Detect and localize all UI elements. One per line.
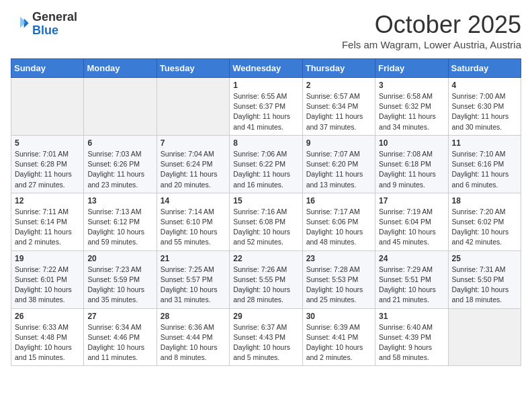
day-number: 7 xyxy=(161,138,226,148)
location-title: Fels am Wagram, Lower Austria, Austria xyxy=(342,39,521,50)
day-info: Sunrise: 7:23 AM Sunset: 5:59 PM Dayligh… xyxy=(87,265,152,306)
day-info: Sunrise: 6:39 AM Sunset: 4:41 PM Dayligh… xyxy=(306,322,371,363)
day-number: 20 xyxy=(87,254,152,263)
logo-icon xyxy=(11,15,30,34)
day-number: 8 xyxy=(233,138,298,148)
day-number: 16 xyxy=(306,196,371,205)
calendar-cell: 15Sunrise: 7:16 AM Sunset: 6:08 PM Dayli… xyxy=(230,193,302,250)
day-info: Sunrise: 7:31 AM Sunset: 5:50 PM Dayligh… xyxy=(452,265,517,306)
weekday-header-row: SundayMondayTuesdayWednesdayThursdayFrid… xyxy=(11,59,521,78)
day-number: 5 xyxy=(15,138,80,148)
calendar-cell: 24Sunrise: 7:29 AM Sunset: 5:51 PM Dayli… xyxy=(375,250,448,308)
logo-blue-text: Blue xyxy=(32,24,58,37)
day-info: Sunrise: 7:26 AM Sunset: 5:55 PM Dayligh… xyxy=(233,265,298,306)
calendar-cell: 19Sunrise: 7:22 AM Sunset: 6:01 PM Dayli… xyxy=(11,250,84,308)
weekday-header-wednesday: Wednesday xyxy=(230,59,302,78)
weekday-header-saturday: Saturday xyxy=(448,59,521,78)
day-number: 24 xyxy=(379,254,444,263)
day-number: 26 xyxy=(15,312,80,321)
calendar-week-row: 12Sunrise: 7:11 AM Sunset: 6:14 PM Dayli… xyxy=(11,193,521,250)
day-info: Sunrise: 6:58 AM Sunset: 6:32 PM Dayligh… xyxy=(379,91,444,132)
calendar-cell: 27Sunrise: 6:34 AM Sunset: 4:46 PM Dayli… xyxy=(84,308,157,366)
logo-general-text: General xyxy=(32,10,77,24)
day-number: 4 xyxy=(452,81,517,90)
calendar-week-row: 26Sunrise: 6:33 AM Sunset: 4:48 PM Dayli… xyxy=(11,308,521,366)
day-info: Sunrise: 7:08 AM Sunset: 6:18 PM Dayligh… xyxy=(379,149,444,190)
calendar-cell: 23Sunrise: 7:28 AM Sunset: 5:53 PM Dayli… xyxy=(302,250,375,308)
day-info: Sunrise: 6:34 AM Sunset: 4:46 PM Dayligh… xyxy=(87,322,152,363)
calendar-week-row: 1Sunrise: 6:55 AM Sunset: 6:37 PM Daylig… xyxy=(11,78,521,136)
day-info: Sunrise: 7:16 AM Sunset: 6:08 PM Dayligh… xyxy=(233,207,298,248)
calendar-cell: 13Sunrise: 7:13 AM Sunset: 6:12 PM Dayli… xyxy=(84,193,157,250)
day-info: Sunrise: 6:36 AM Sunset: 4:44 PM Dayligh… xyxy=(161,322,226,363)
day-number: 12 xyxy=(15,196,80,205)
calendar-cell: 29Sunrise: 6:37 AM Sunset: 4:43 PM Dayli… xyxy=(230,308,302,366)
day-number: 31 xyxy=(379,312,444,321)
weekday-header-monday: Monday xyxy=(84,59,157,78)
day-info: Sunrise: 6:37 AM Sunset: 4:43 PM Dayligh… xyxy=(233,322,298,363)
calendar-cell: 22Sunrise: 7:26 AM Sunset: 5:55 PM Dayli… xyxy=(230,250,302,308)
day-info: Sunrise: 7:11 AM Sunset: 6:14 PM Dayligh… xyxy=(15,207,80,248)
calendar-cell: 18Sunrise: 7:20 AM Sunset: 6:02 PM Dayli… xyxy=(448,193,521,250)
calendar-cell: 6Sunrise: 7:03 AM Sunset: 6:26 PM Daylig… xyxy=(84,135,157,193)
calendar-week-row: 5Sunrise: 7:01 AM Sunset: 6:28 PM Daylig… xyxy=(11,135,521,193)
calendar-cell: 3Sunrise: 6:58 AM Sunset: 6:32 PM Daylig… xyxy=(375,78,448,136)
day-number: 27 xyxy=(87,312,152,321)
weekday-header-sunday: Sunday xyxy=(11,59,84,78)
calendar-cell: 4Sunrise: 7:00 AM Sunset: 6:30 PM Daylig… xyxy=(448,78,521,136)
day-number: 2 xyxy=(306,81,371,90)
day-number: 25 xyxy=(452,254,517,263)
day-info: Sunrise: 7:28 AM Sunset: 5:53 PM Dayligh… xyxy=(306,265,371,306)
calendar-cell: 26Sunrise: 6:33 AM Sunset: 4:48 PM Dayli… xyxy=(11,308,84,366)
calendar-cell: 1Sunrise: 6:55 AM Sunset: 6:37 PM Daylig… xyxy=(230,78,302,136)
calendar-cell xyxy=(84,78,157,136)
calendar-cell: 14Sunrise: 7:14 AM Sunset: 6:10 PM Dayli… xyxy=(157,193,229,250)
logo: General Blue xyxy=(11,11,77,38)
calendar-cell: 17Sunrise: 7:19 AM Sunset: 6:04 PM Dayli… xyxy=(375,193,448,250)
day-number: 11 xyxy=(452,138,517,148)
calendar-cell: 28Sunrise: 6:36 AM Sunset: 4:44 PM Dayli… xyxy=(157,308,229,366)
day-number: 10 xyxy=(379,138,444,148)
day-info: Sunrise: 6:40 AM Sunset: 4:39 PM Dayligh… xyxy=(379,322,444,363)
day-number: 18 xyxy=(452,196,517,205)
day-info: Sunrise: 7:04 AM Sunset: 6:24 PM Dayligh… xyxy=(161,149,226,190)
calendar-cell: 7Sunrise: 7:04 AM Sunset: 6:24 PM Daylig… xyxy=(157,135,229,193)
day-info: Sunrise: 7:03 AM Sunset: 6:26 PM Dayligh… xyxy=(87,149,152,190)
day-number: 21 xyxy=(161,254,226,263)
day-number: 22 xyxy=(233,254,298,263)
day-number: 17 xyxy=(379,196,444,205)
calendar-week-row: 19Sunrise: 7:22 AM Sunset: 6:01 PM Dayli… xyxy=(11,250,521,308)
day-number: 13 xyxy=(87,196,152,205)
calendar-cell: 2Sunrise: 6:57 AM Sunset: 6:34 PM Daylig… xyxy=(302,78,375,136)
day-info: Sunrise: 7:17 AM Sunset: 6:06 PM Dayligh… xyxy=(306,207,371,248)
day-info: Sunrise: 7:10 AM Sunset: 6:16 PM Dayligh… xyxy=(452,149,517,190)
weekday-header-friday: Friday xyxy=(375,59,448,78)
calendar-cell: 9Sunrise: 7:07 AM Sunset: 6:20 PM Daylig… xyxy=(302,135,375,193)
calendar-cell: 5Sunrise: 7:01 AM Sunset: 6:28 PM Daylig… xyxy=(11,135,84,193)
calendar-cell: 8Sunrise: 7:06 AM Sunset: 6:22 PM Daylig… xyxy=(230,135,302,193)
day-number: 23 xyxy=(306,254,371,263)
weekday-header-thursday: Thursday xyxy=(302,59,375,78)
day-number: 15 xyxy=(233,196,298,205)
day-info: Sunrise: 7:29 AM Sunset: 5:51 PM Dayligh… xyxy=(379,265,444,306)
day-number: 9 xyxy=(306,138,371,148)
calendar-cell: 10Sunrise: 7:08 AM Sunset: 6:18 PM Dayli… xyxy=(375,135,448,193)
calendar-cell: 21Sunrise: 7:25 AM Sunset: 5:57 PM Dayli… xyxy=(157,250,229,308)
day-info: Sunrise: 6:33 AM Sunset: 4:48 PM Dayligh… xyxy=(15,322,80,363)
day-info: Sunrise: 7:19 AM Sunset: 6:04 PM Dayligh… xyxy=(379,207,444,248)
day-info: Sunrise: 7:22 AM Sunset: 6:01 PM Dayligh… xyxy=(15,265,80,306)
day-number: 14 xyxy=(161,196,226,205)
calendar-cell xyxy=(448,308,521,366)
calendar-cell: 25Sunrise: 7:31 AM Sunset: 5:50 PM Dayli… xyxy=(448,250,521,308)
calendar-cell: 30Sunrise: 6:39 AM Sunset: 4:41 PM Dayli… xyxy=(302,308,375,366)
day-number: 29 xyxy=(233,312,298,321)
calendar-cell: 20Sunrise: 7:23 AM Sunset: 5:59 PM Dayli… xyxy=(84,250,157,308)
day-info: Sunrise: 7:25 AM Sunset: 5:57 PM Dayligh… xyxy=(161,265,226,306)
day-number: 28 xyxy=(161,312,226,321)
day-info: Sunrise: 7:00 AM Sunset: 6:30 PM Dayligh… xyxy=(452,91,517,132)
weekday-header-tuesday: Tuesday xyxy=(157,59,229,78)
day-number: 19 xyxy=(15,254,80,263)
day-info: Sunrise: 7:07 AM Sunset: 6:20 PM Dayligh… xyxy=(306,149,371,190)
title-block: October 2025 Fels am Wagram, Lower Austr… xyxy=(342,11,521,50)
calendar-cell: 16Sunrise: 7:17 AM Sunset: 6:06 PM Dayli… xyxy=(302,193,375,250)
